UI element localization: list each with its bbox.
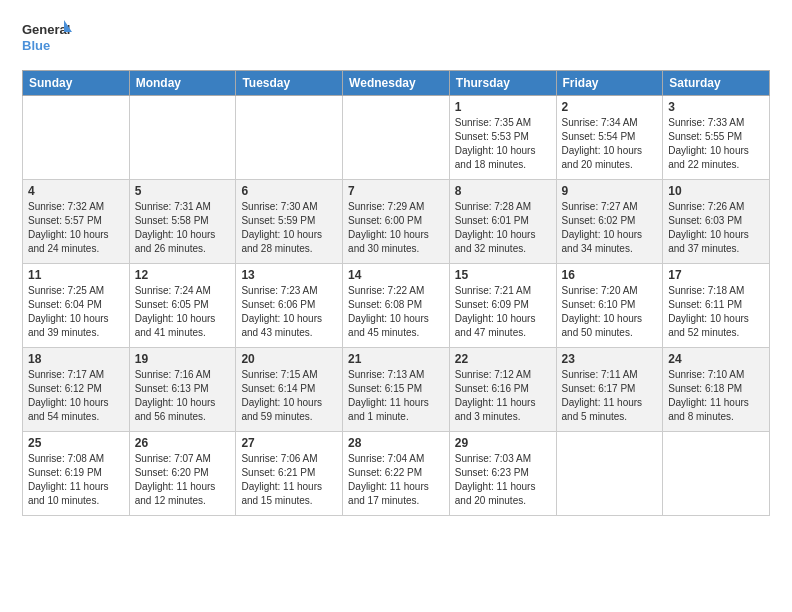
page: General Blue SundayMondayTuesdayWednesda… (0, 0, 792, 528)
weekday-header: Monday (129, 71, 236, 96)
day-info: Sunrise: 7:13 AM Sunset: 6:15 PM Dayligh… (348, 368, 444, 424)
calendar-row: 11Sunrise: 7:25 AM Sunset: 6:04 PM Dayli… (23, 264, 770, 348)
day-info: Sunrise: 7:34 AM Sunset: 5:54 PM Dayligh… (562, 116, 658, 172)
calendar-cell: 13Sunrise: 7:23 AM Sunset: 6:06 PM Dayli… (236, 264, 343, 348)
calendar-cell: 4Sunrise: 7:32 AM Sunset: 5:57 PM Daylig… (23, 180, 130, 264)
calendar-cell: 21Sunrise: 7:13 AM Sunset: 6:15 PM Dayli… (343, 348, 450, 432)
day-info: Sunrise: 7:23 AM Sunset: 6:06 PM Dayligh… (241, 284, 337, 340)
weekday-header: Sunday (23, 71, 130, 96)
weekday-header: Friday (556, 71, 663, 96)
day-number: 10 (668, 184, 764, 198)
calendar-cell (663, 432, 770, 516)
calendar-cell: 24Sunrise: 7:10 AM Sunset: 6:18 PM Dayli… (663, 348, 770, 432)
day-number: 7 (348, 184, 444, 198)
day-info: Sunrise: 7:31 AM Sunset: 5:58 PM Dayligh… (135, 200, 231, 256)
day-info: Sunrise: 7:04 AM Sunset: 6:22 PM Dayligh… (348, 452, 444, 508)
day-number: 1 (455, 100, 551, 114)
day-number: 19 (135, 352, 231, 366)
day-info: Sunrise: 7:07 AM Sunset: 6:20 PM Dayligh… (135, 452, 231, 508)
day-info: Sunrise: 7:15 AM Sunset: 6:14 PM Dayligh… (241, 368, 337, 424)
calendar-cell: 25Sunrise: 7:08 AM Sunset: 6:19 PM Dayli… (23, 432, 130, 516)
day-info: Sunrise: 7:22 AM Sunset: 6:08 PM Dayligh… (348, 284, 444, 340)
day-info: Sunrise: 7:27 AM Sunset: 6:02 PM Dayligh… (562, 200, 658, 256)
day-number: 17 (668, 268, 764, 282)
day-info: Sunrise: 7:10 AM Sunset: 6:18 PM Dayligh… (668, 368, 764, 424)
day-info: Sunrise: 7:29 AM Sunset: 6:00 PM Dayligh… (348, 200, 444, 256)
calendar-cell: 27Sunrise: 7:06 AM Sunset: 6:21 PM Dayli… (236, 432, 343, 516)
day-info: Sunrise: 7:03 AM Sunset: 6:23 PM Dayligh… (455, 452, 551, 508)
calendar-cell: 6Sunrise: 7:30 AM Sunset: 5:59 PM Daylig… (236, 180, 343, 264)
calendar-cell: 17Sunrise: 7:18 AM Sunset: 6:11 PM Dayli… (663, 264, 770, 348)
calendar-row: 25Sunrise: 7:08 AM Sunset: 6:19 PM Dayli… (23, 432, 770, 516)
calendar-cell: 16Sunrise: 7:20 AM Sunset: 6:10 PM Dayli… (556, 264, 663, 348)
day-number: 5 (135, 184, 231, 198)
day-info: Sunrise: 7:28 AM Sunset: 6:01 PM Dayligh… (455, 200, 551, 256)
calendar-row: 4Sunrise: 7:32 AM Sunset: 5:57 PM Daylig… (23, 180, 770, 264)
day-number: 6 (241, 184, 337, 198)
calendar-cell: 12Sunrise: 7:24 AM Sunset: 6:05 PM Dayli… (129, 264, 236, 348)
day-number: 23 (562, 352, 658, 366)
calendar-cell: 19Sunrise: 7:16 AM Sunset: 6:13 PM Dayli… (129, 348, 236, 432)
calendar-cell (23, 96, 130, 180)
day-info: Sunrise: 7:21 AM Sunset: 6:09 PM Dayligh… (455, 284, 551, 340)
calendar-cell: 28Sunrise: 7:04 AM Sunset: 6:22 PM Dayli… (343, 432, 450, 516)
calendar-cell: 15Sunrise: 7:21 AM Sunset: 6:09 PM Dayli… (449, 264, 556, 348)
day-number: 14 (348, 268, 444, 282)
day-number: 12 (135, 268, 231, 282)
calendar-cell: 23Sunrise: 7:11 AM Sunset: 6:17 PM Dayli… (556, 348, 663, 432)
day-number: 29 (455, 436, 551, 450)
weekday-header: Saturday (663, 71, 770, 96)
day-number: 4 (28, 184, 124, 198)
day-number: 2 (562, 100, 658, 114)
day-info: Sunrise: 7:17 AM Sunset: 6:12 PM Dayligh… (28, 368, 124, 424)
day-number: 15 (455, 268, 551, 282)
calendar-cell: 14Sunrise: 7:22 AM Sunset: 6:08 PM Dayli… (343, 264, 450, 348)
calendar-cell: 1Sunrise: 7:35 AM Sunset: 5:53 PM Daylig… (449, 96, 556, 180)
calendar-cell: 2Sunrise: 7:34 AM Sunset: 5:54 PM Daylig… (556, 96, 663, 180)
calendar-cell: 11Sunrise: 7:25 AM Sunset: 6:04 PM Dayli… (23, 264, 130, 348)
calendar-cell: 10Sunrise: 7:26 AM Sunset: 6:03 PM Dayli… (663, 180, 770, 264)
logo: General Blue (22, 18, 72, 62)
day-number: 26 (135, 436, 231, 450)
day-info: Sunrise: 7:20 AM Sunset: 6:10 PM Dayligh… (562, 284, 658, 340)
day-info: Sunrise: 7:12 AM Sunset: 6:16 PM Dayligh… (455, 368, 551, 424)
day-info: Sunrise: 7:30 AM Sunset: 5:59 PM Dayligh… (241, 200, 337, 256)
day-number: 16 (562, 268, 658, 282)
calendar-cell: 20Sunrise: 7:15 AM Sunset: 6:14 PM Dayli… (236, 348, 343, 432)
svg-text:General: General (22, 22, 70, 37)
day-number: 9 (562, 184, 658, 198)
day-number: 22 (455, 352, 551, 366)
header: General Blue (22, 18, 770, 62)
day-info: Sunrise: 7:32 AM Sunset: 5:57 PM Dayligh… (28, 200, 124, 256)
calendar-cell: 18Sunrise: 7:17 AM Sunset: 6:12 PM Dayli… (23, 348, 130, 432)
calendar-cell (343, 96, 450, 180)
day-info: Sunrise: 7:33 AM Sunset: 5:55 PM Dayligh… (668, 116, 764, 172)
calendar-cell: 29Sunrise: 7:03 AM Sunset: 6:23 PM Dayli… (449, 432, 556, 516)
day-number: 3 (668, 100, 764, 114)
calendar-cell (556, 432, 663, 516)
calendar-cell: 9Sunrise: 7:27 AM Sunset: 6:02 PM Daylig… (556, 180, 663, 264)
day-info: Sunrise: 7:16 AM Sunset: 6:13 PM Dayligh… (135, 368, 231, 424)
day-number: 8 (455, 184, 551, 198)
calendar-cell: 22Sunrise: 7:12 AM Sunset: 6:16 PM Dayli… (449, 348, 556, 432)
svg-text:Blue: Blue (22, 38, 50, 53)
day-info: Sunrise: 7:35 AM Sunset: 5:53 PM Dayligh… (455, 116, 551, 172)
calendar-table: SundayMondayTuesdayWednesdayThursdayFrid… (22, 70, 770, 516)
logo-svg: General Blue (22, 18, 72, 62)
calendar-cell (129, 96, 236, 180)
day-info: Sunrise: 7:25 AM Sunset: 6:04 PM Dayligh… (28, 284, 124, 340)
day-number: 27 (241, 436, 337, 450)
weekday-header: Tuesday (236, 71, 343, 96)
day-number: 25 (28, 436, 124, 450)
day-number: 20 (241, 352, 337, 366)
day-info: Sunrise: 7:18 AM Sunset: 6:11 PM Dayligh… (668, 284, 764, 340)
calendar-cell: 5Sunrise: 7:31 AM Sunset: 5:58 PM Daylig… (129, 180, 236, 264)
day-number: 24 (668, 352, 764, 366)
weekday-header-row: SundayMondayTuesdayWednesdayThursdayFrid… (23, 71, 770, 96)
calendar-cell: 3Sunrise: 7:33 AM Sunset: 5:55 PM Daylig… (663, 96, 770, 180)
calendar-cell: 7Sunrise: 7:29 AM Sunset: 6:00 PM Daylig… (343, 180, 450, 264)
day-number: 13 (241, 268, 337, 282)
weekday-header: Wednesday (343, 71, 450, 96)
day-number: 11 (28, 268, 124, 282)
calendar-cell: 8Sunrise: 7:28 AM Sunset: 6:01 PM Daylig… (449, 180, 556, 264)
